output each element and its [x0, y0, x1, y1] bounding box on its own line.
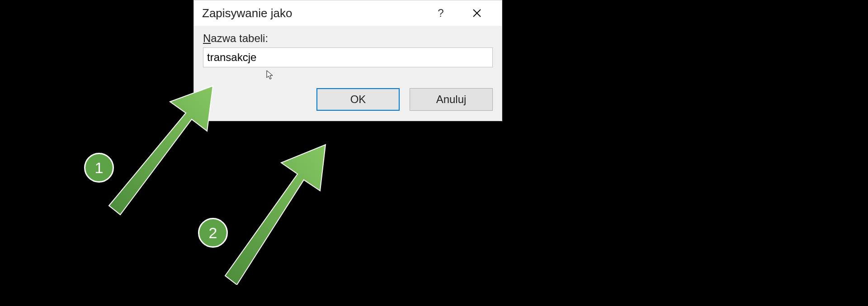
dialog-title: Zapisywanie jako: [202, 6, 292, 20]
help-button[interactable]: ?: [429, 0, 452, 26]
cancel-button[interactable]: Anuluj: [410, 88, 493, 111]
arrow-icon: [198, 140, 334, 285]
dialog-titlebar: Zapisywanie jako ?: [194, 0, 502, 26]
dialog-button-row: OK Anuluj: [203, 88, 493, 111]
close-button[interactable]: [466, 0, 488, 26]
ok-button[interactable]: OK: [316, 88, 400, 111]
table-name-input[interactable]: [203, 47, 493, 67]
annotation-badge-1: 1: [84, 153, 114, 183]
annotation-badge-2: 2: [198, 218, 228, 248]
table-name-label: Nazwa tabeli:: [203, 32, 493, 45]
mouse-cursor-icon: [266, 70, 274, 80]
close-icon: [473, 9, 481, 17]
save-as-dialog: Zapisywanie jako ? Nazwa tabeli: OK Anul…: [193, 0, 502, 121]
help-icon: ?: [438, 7, 443, 19]
dialog-body: Nazwa tabeli: OK Anuluj: [194, 26, 502, 121]
